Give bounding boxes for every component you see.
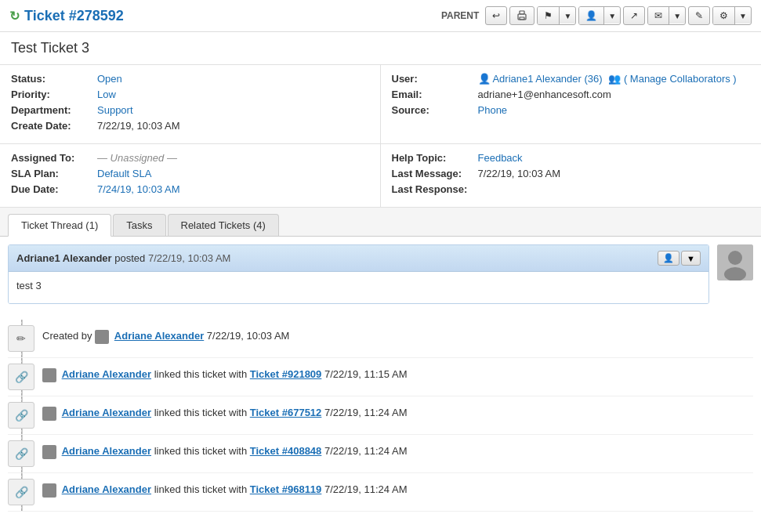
post-arrow-btn[interactable]: ▼ xyxy=(681,251,701,266)
info-section-right-2: Help Topic: Feedback Last Message: 7/22/… xyxy=(381,144,762,207)
activity-item: ✏ Created by Adriane Alexander 7/22/19, … xyxy=(8,320,753,358)
tab-ticket-thread[interactable]: Ticket Thread (1) xyxy=(8,214,111,237)
due-date-row: Due Date: 7/24/19, 10:03 AM xyxy=(11,183,369,195)
post-content: Adriane1 Alexander posted 7/22/19, 10:03… xyxy=(8,244,709,304)
help-topic-label: Help Topic: xyxy=(392,152,478,164)
linked-ticket-1[interactable]: Ticket #921809 xyxy=(250,368,322,380)
user-count: (36) xyxy=(585,73,603,85)
link-icon-4: 🔗 xyxy=(8,479,34,505)
status-link[interactable]: Open xyxy=(97,73,122,85)
gear-button[interactable]: ⚙ ▼ xyxy=(712,6,752,25)
last-message-value: 7/22/19, 10:03 AM xyxy=(478,168,561,179)
create-date-label: Create Date: xyxy=(11,120,97,132)
assigned-label: Assigned To: xyxy=(11,152,97,164)
linked-ticket-2[interactable]: Ticket #677512 xyxy=(250,407,322,418)
header-bar: ↻ Ticket #278592 PARENT ↩ ⚑ ▼ 👤 ▼ ↗ ✉ ▼ … xyxy=(0,0,761,32)
linked-prefix-4: linked this ticket with xyxy=(154,483,250,495)
tabs-bar: Ticket Thread (1) Tasks Related Tickets … xyxy=(0,208,761,237)
due-date-value: 7/24/19, 10:03 AM xyxy=(97,183,180,195)
sla-label: SLA Plan: xyxy=(11,168,97,179)
user-link[interactable]: Adriane1 Alexander xyxy=(492,73,581,85)
edit-button[interactable]: ✎ xyxy=(688,6,710,25)
info-section-right: User: 👤 Adriane1 Alexander (36) 👥 ( Mana… xyxy=(381,65,762,143)
post-body: test 3 xyxy=(9,272,708,303)
created-by-link[interactable]: Adriane Alexander xyxy=(114,330,204,342)
activity-text-1: Adriane Alexander linked this ticket wit… xyxy=(42,364,753,382)
post-author-info: Adriane1 Alexander posted 7/22/19, 10:03… xyxy=(16,252,230,264)
help-topic-row: Help Topic: Feedback xyxy=(392,152,751,164)
last-message-row: Last Message: 7/22/19, 10:03 AM xyxy=(392,168,751,179)
last-response-row: Last Response: xyxy=(392,183,751,195)
share-button[interactable]: ↗ xyxy=(623,6,645,25)
print-button[interactable] xyxy=(509,6,535,25)
avatar xyxy=(717,244,753,280)
post-actions: 👤 ▼ xyxy=(658,251,701,266)
link-icon-1: 🔗 xyxy=(8,364,34,390)
tab-tasks[interactable]: Tasks xyxy=(113,214,165,236)
manage-collaborators-link[interactable]: ( Manage Collaborators ) xyxy=(624,73,737,85)
post-header: Adriane1 Alexander posted 7/22/19, 10:03… xyxy=(9,245,708,272)
linked-time-4: 7/22/19, 11:24 AM xyxy=(324,483,408,495)
post-user-btn[interactable]: 👤 xyxy=(658,251,679,266)
activity-item-4: 🔗 Adriane Alexander linked this ticket w… xyxy=(8,473,753,512)
post-time: 7/22/19, 10:03 AM xyxy=(148,252,231,264)
activity-text-4: Adriane Alexander linked this ticket wit… xyxy=(42,479,753,498)
due-date-link[interactable]: 7/24/19, 10:03 AM xyxy=(97,183,180,195)
tab-related-tickets[interactable]: Related Tickets (4) xyxy=(168,214,279,236)
source-value: Phone xyxy=(478,104,508,116)
activity-text-3: Adriane Alexander linked this ticket wit… xyxy=(42,440,753,459)
status-row: Status: Open xyxy=(11,73,369,85)
flag-button[interactable]: ⚑ ▼ xyxy=(537,6,576,25)
link-icon-2: 🔗 xyxy=(8,402,34,429)
user-avatar-icon-2 xyxy=(42,407,56,421)
user-avatar-icon-0 xyxy=(95,330,109,344)
sla-link[interactable]: Default SLA xyxy=(97,168,151,179)
activity-item-1: 🔗 Adriane Alexander linked this ticket w… xyxy=(8,358,753,396)
source-row: Source: Phone xyxy=(392,104,751,116)
last-response-label: Last Response: xyxy=(392,183,478,195)
assigned-row: Assigned To: — Unassigned — xyxy=(11,152,369,164)
last-message-label: Last Message: xyxy=(392,168,478,179)
back-button[interactable]: ↩ xyxy=(485,6,507,25)
linked-ticket-4[interactable]: Ticket #968119 xyxy=(250,483,322,495)
info-section-left-2: Assigned To: — Unassigned — SLA Plan: De… xyxy=(0,144,381,207)
help-topic-link[interactable]: Feedback xyxy=(478,152,523,164)
priority-link[interactable]: Low xyxy=(97,89,116,100)
email-row: Email: adriane+1@enhancesoft.com xyxy=(392,89,751,100)
user-label: User: xyxy=(392,73,478,85)
activity-user-2[interactable]: Adriane Alexander xyxy=(62,407,151,418)
email-value: adriane+1@enhancesoft.com xyxy=(478,89,611,100)
department-link[interactable]: Support xyxy=(97,104,133,116)
sla-row: SLA Plan: Default SLA xyxy=(11,168,369,179)
svg-rect-1 xyxy=(520,11,524,14)
source-link[interactable]: Phone xyxy=(478,104,508,116)
info-grid-1: Status: Open Priority: Low Department: S… xyxy=(0,65,761,144)
linked-ticket-3[interactable]: Ticket #408848 xyxy=(250,445,322,457)
toolbar: ↩ ⚑ ▼ 👤 ▼ ↗ ✉ ▼ ✎ ⚙ ▼ xyxy=(485,6,752,25)
collab-icon: 👥 xyxy=(608,73,621,85)
linked-prefix-1: linked this ticket with xyxy=(154,368,250,380)
post-posted-text: posted xyxy=(114,252,148,264)
activity-item-2: 🔗 Adriane Alexander linked this ticket w… xyxy=(8,396,753,435)
user-button[interactable]: 👤 ▼ xyxy=(578,6,621,25)
ticket-title: ↻ Ticket #278592 xyxy=(9,8,435,24)
activity-text-0: Created by Adriane Alexander 7/22/19, 10… xyxy=(42,325,753,344)
activity-user-1[interactable]: Adriane Alexander xyxy=(62,368,151,380)
refresh-icon[interactable]: ↻ xyxy=(9,9,20,24)
created-by-label: Created by xyxy=(42,330,95,342)
activity-user-4[interactable]: Adriane Alexander xyxy=(62,483,151,495)
user-value: 👤 Adriane1 Alexander (36) 👥 ( Manage Col… xyxy=(478,73,737,85)
activity-text-2: Adriane Alexander linked this ticket wit… xyxy=(42,402,753,421)
linked-prefix-3: linked this ticket with xyxy=(154,445,250,457)
mail-button[interactable]: ✉ ▼ xyxy=(647,6,686,25)
user-icon: 👤 xyxy=(478,73,491,85)
ticket-number: Ticket #278592 xyxy=(24,8,124,24)
activity-user-3[interactable]: Adriane Alexander xyxy=(62,445,151,457)
assigned-value: — Unassigned — xyxy=(97,152,177,164)
activity-item-3: 🔗 Adriane Alexander linked this ticket w… xyxy=(8,435,753,473)
user-avatar-icon-4 xyxy=(42,483,56,498)
department-label: Department: xyxy=(11,104,97,116)
department-value: Support xyxy=(97,104,133,116)
user-row: User: 👤 Adriane1 Alexander (36) 👥 ( Mana… xyxy=(392,73,751,85)
svg-point-4 xyxy=(728,251,742,265)
